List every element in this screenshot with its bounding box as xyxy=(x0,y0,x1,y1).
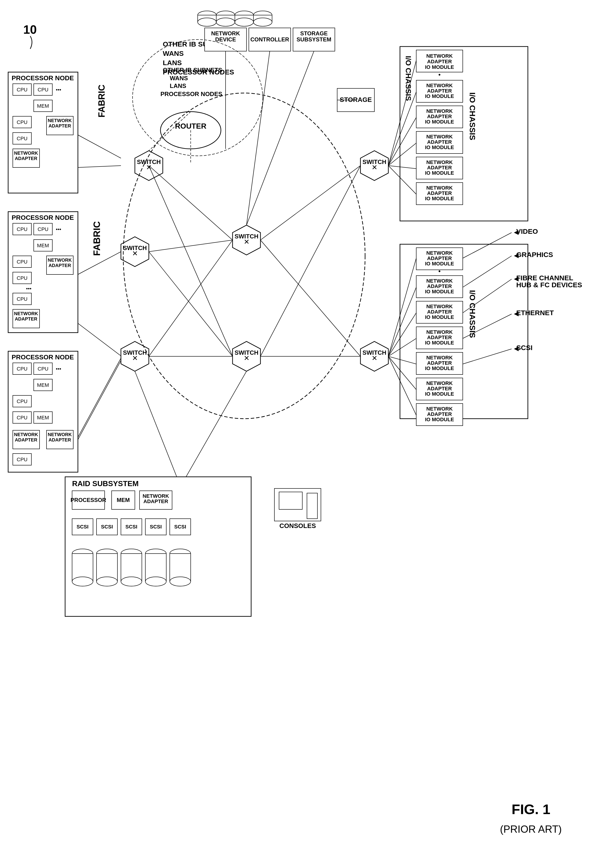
svg-text:IO MODULE: IO MODULE xyxy=(425,64,454,70)
svg-text:NETWORK: NETWORK xyxy=(14,151,38,156)
svg-text:•: • xyxy=(438,267,441,275)
svg-text:PROCESSOR NODE: PROCESSOR NODE xyxy=(12,353,74,361)
svg-text:•••: ••• xyxy=(56,87,61,92)
svg-text:ADAPTER: ADAPTER xyxy=(48,123,71,128)
svg-text:IO MODULE: IO MODULE xyxy=(425,391,454,397)
svg-text:IO MODULE: IO MODULE xyxy=(425,119,454,125)
svg-text:NETWORK: NETWORK xyxy=(426,250,453,256)
svg-text:ADAPTER: ADAPTER xyxy=(427,165,452,171)
svg-text:10: 10 xyxy=(23,23,37,36)
svg-text:NETWORK: NETWORK xyxy=(14,432,38,437)
svg-text:ADAPTER: ADAPTER xyxy=(427,411,452,417)
svg-text:FIBRE CHANNEL: FIBRE CHANNEL xyxy=(516,274,573,282)
svg-point-202 xyxy=(121,577,142,586)
svg-text:FABRIC: FABRIC xyxy=(97,85,107,118)
svg-text:IO MODULE: IO MODULE xyxy=(425,93,454,99)
svg-point-196 xyxy=(72,577,93,586)
svg-text:HUB & FC DEVICES: HUB & FC DEVICES xyxy=(516,281,582,289)
svg-text:CPU: CPU xyxy=(17,87,27,92)
svg-text:ADAPTER: ADAPTER xyxy=(15,316,38,322)
svg-text:NETWORK: NETWORK xyxy=(426,83,453,88)
svg-text:IO MODULE: IO MODULE xyxy=(425,340,454,346)
svg-text:CPU: CPU xyxy=(38,87,48,92)
svg-text:VIDEO: VIDEO xyxy=(516,228,538,235)
svg-text:ROUTER: ROUTER xyxy=(175,122,206,130)
svg-text:SCSI: SCSI xyxy=(516,344,533,352)
svg-text:•••: ••• xyxy=(56,226,61,232)
svg-text:IO MODULE: IO MODULE xyxy=(425,170,454,176)
svg-text:ADAPTER: ADAPTER xyxy=(427,334,452,340)
svg-text:•••: ••• xyxy=(26,286,32,292)
svg-text:NETWORK: NETWORK xyxy=(48,432,72,437)
svg-text:SCSI: SCSI xyxy=(150,524,162,530)
svg-text:IO MODULE: IO MODULE xyxy=(425,289,454,295)
svg-text:IO MODULE: IO MODULE xyxy=(425,314,454,320)
svg-text:FIG. 1: FIG. 1 xyxy=(512,802,550,817)
svg-text:✕: ✕ xyxy=(132,249,138,257)
svg-text:ADAPTER: ADAPTER xyxy=(427,139,452,145)
svg-point-172 xyxy=(254,18,272,26)
svg-text:NETWORK: NETWORK xyxy=(426,185,453,191)
svg-text:IO MODULE: IO MODULE xyxy=(425,417,454,422)
svg-text:CPU: CPU xyxy=(17,119,27,125)
svg-text:STORAGE: STORAGE xyxy=(340,96,372,103)
svg-text:IO MODULE: IO MODULE xyxy=(425,366,454,371)
svg-text:ADAPTER: ADAPTER xyxy=(427,283,452,289)
svg-text:MEM: MEM xyxy=(37,103,49,109)
svg-text:CPU: CPU xyxy=(17,456,27,462)
svg-text:CPU: CPU xyxy=(38,226,48,232)
svg-text:MEM: MEM xyxy=(37,243,49,248)
svg-point-205 xyxy=(145,577,166,586)
svg-text:ADAPTER: ADAPTER xyxy=(427,360,452,366)
svg-text:✕: ✕ xyxy=(132,354,138,362)
svg-text:ADAPTER: ADAPTER xyxy=(48,263,71,268)
svg-text:PROCESSOR NODE: PROCESSOR NODE xyxy=(12,214,74,221)
svg-text:SUBSYSTEM: SUBSYSTEM xyxy=(296,36,331,42)
svg-text:SCSI: SCSI xyxy=(101,524,113,530)
svg-text:IO MODULE: IO MODULE xyxy=(425,261,454,267)
svg-text:(PRIOR ART): (PRIOR ART) xyxy=(500,823,562,835)
svg-text:CONSOLES: CONSOLES xyxy=(279,522,316,529)
svg-text:PROCESSOR NODE: PROCESSOR NODE xyxy=(12,74,74,82)
svg-text:PROCESSOR: PROCESSOR xyxy=(71,497,106,503)
svg-text:CPU: CPU xyxy=(17,415,27,420)
svg-point-169 xyxy=(235,18,254,26)
svg-text:DEVICE: DEVICE xyxy=(215,36,236,42)
svg-rect-212 xyxy=(307,493,317,519)
svg-text:CPU: CPU xyxy=(17,226,27,232)
svg-text:SCSI: SCSI xyxy=(77,524,88,530)
svg-text:PROCESSOR NODES: PROCESSOR NODES xyxy=(160,91,222,97)
svg-text:ADAPTER: ADAPTER xyxy=(427,255,452,261)
svg-point-166 xyxy=(216,18,235,26)
svg-text:MEM: MEM xyxy=(37,415,49,420)
svg-text:✕: ✕ xyxy=(244,354,249,362)
svg-text:ADAPTER: ADAPTER xyxy=(143,499,168,504)
svg-text:ETHERNET: ETHERNET xyxy=(516,309,554,317)
svg-text:ADAPTER: ADAPTER xyxy=(427,113,452,119)
svg-rect-211 xyxy=(279,492,302,509)
svg-text:•: • xyxy=(438,71,441,78)
svg-text:NETWORK: NETWORK xyxy=(426,355,453,361)
svg-text:OTHER IB SUBNETS: OTHER IB SUBNETS xyxy=(163,66,222,74)
svg-text:NETWORK: NETWORK xyxy=(426,159,453,165)
svg-text:STORAGE: STORAGE xyxy=(300,30,328,36)
svg-text:NETWORK: NETWORK xyxy=(426,329,453,335)
svg-text:NETWORK: NETWORK xyxy=(426,304,453,309)
svg-text:ADAPTER: ADAPTER xyxy=(48,437,71,443)
svg-text:ADAPTER: ADAPTER xyxy=(427,190,452,196)
svg-point-208 xyxy=(170,577,191,586)
svg-text:WANS: WANS xyxy=(170,75,188,82)
svg-text:CPU: CPU xyxy=(17,399,27,404)
svg-point-163 xyxy=(198,18,216,26)
svg-text:MEM: MEM xyxy=(37,382,49,388)
svg-text:✕: ✕ xyxy=(371,163,377,171)
svg-text:GRAPHICS: GRAPHICS xyxy=(516,251,553,258)
svg-text:ADAPTER: ADAPTER xyxy=(427,309,452,315)
svg-text:•••: ••• xyxy=(56,366,61,372)
svg-text:ADAPTER: ADAPTER xyxy=(15,156,38,161)
svg-text:MEM: MEM xyxy=(117,497,130,503)
svg-text:ADAPTER: ADAPTER xyxy=(427,59,452,65)
svg-text:RAID SUBSYSTEM: RAID SUBSYSTEM xyxy=(72,479,139,488)
main-diagram-svg: 10 PROCESSOR NODE CPU CPU ••• MEM CPU NE… xyxy=(0,0,616,852)
svg-text:NETWORK: NETWORK xyxy=(14,311,38,316)
